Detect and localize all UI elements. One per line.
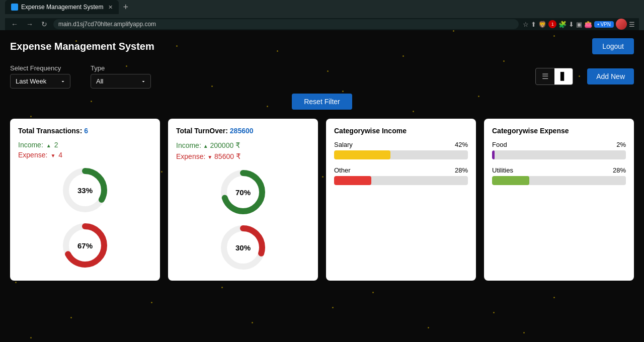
transactions-card: Total Transactions: 6 Income: 2 Expense:… <box>10 119 160 281</box>
forward-button[interactable]: → <box>24 19 35 29</box>
turnover-expense-arrow <box>207 152 212 160</box>
expense-donut-wrapper: 67% <box>60 220 110 271</box>
turnover-expense-donut-label: 30% <box>235 243 251 252</box>
back-button[interactable]: ← <box>9 19 20 29</box>
tab-close-button[interactable]: ✕ <box>108 4 113 11</box>
share-button[interactable]: ⬆ <box>531 21 536 28</box>
new-tab-button[interactable]: + <box>123 2 128 13</box>
app-container: Expense Management System Logout Select … <box>0 30 644 281</box>
app-header: Expense Management System Logout <box>10 30 634 59</box>
cat-income-item: Salary 42% <box>334 141 468 159</box>
browser-chrome: Expense Management System ✕ + ← → ↻ ☆ ⬆ … <box>0 0 644 30</box>
extensions-button[interactable]: 🧩 <box>558 21 567 28</box>
cat-income-list: Salary 42% Other 28% <box>334 141 468 185</box>
bar-fill <box>492 150 495 159</box>
transactions-card-title: Total Transactions: 6 <box>18 127 152 135</box>
cat-name: Utilities <box>492 166 513 174</box>
cat-pct: 2% <box>616 141 626 148</box>
frequency-filter-group: Select Frequency Last Week Last Month La… <box>10 64 70 89</box>
nav-bar: ← → ↻ ☆ ⬆ 🦁 1 🧩 ⬇ ▣ 👛 • VPN ☰ <box>5 18 639 30</box>
cat-pct: 28% <box>613 166 626 174</box>
cat-expense-title: Categorywise Expense <box>492 127 626 135</box>
cat-name: Other <box>334 166 351 174</box>
avatar <box>616 19 627 30</box>
download-button[interactable]: ⬇ <box>569 21 574 28</box>
bar-track <box>492 176 626 185</box>
bar-fill <box>334 150 390 159</box>
turnover-income-donut-wrapper: 70% <box>218 167 268 217</box>
brave-icon: 🦁 <box>538 21 546 28</box>
cat-pct: 28% <box>455 166 468 174</box>
view-toggle: ☰ ▋ <box>535 68 573 85</box>
cards-row: Total Transactions: 6 Income: 2 Expense:… <box>10 119 634 281</box>
turnover-income-row: Income: 200000 ₹ <box>176 141 310 150</box>
cat-expense-list: Food 2% Utilities 28% <box>492 141 626 185</box>
expense-stat-row: Expense: 4 <box>18 151 152 159</box>
income-stat-row: Income: 2 <box>18 141 152 149</box>
income-donut-label: 33% <box>77 186 93 195</box>
split-view-button[interactable]: ▣ <box>576 21 582 28</box>
reload-button[interactable]: ↻ <box>39 19 49 29</box>
reset-filter-button[interactable]: Reset Filter <box>292 94 352 110</box>
type-label: Type <box>91 64 151 72</box>
top-right-controls: ☰ ▋ Add New <box>535 68 634 85</box>
turnover-donuts: 70% 30% <box>176 167 310 273</box>
list-view-button[interactable]: ☰ <box>536 68 554 84</box>
cat-pct: 42% <box>455 141 468 148</box>
chart-view-button[interactable]: ▋ <box>554 68 573 84</box>
expense-arrow-down <box>50 151 55 159</box>
turnover-income-arrow <box>203 141 208 149</box>
turnover-expense-donut-wrapper: 30% <box>218 222 268 273</box>
frequency-label: Select Frequency <box>10 64 70 72</box>
expense-donut-label: 67% <box>77 241 93 250</box>
cat-income-title: Categorywise Income <box>334 127 468 135</box>
filters-row: Select Frequency Last Week Last Month La… <box>10 64 634 89</box>
address-bar[interactable] <box>53 19 519 29</box>
wallet-button[interactable]: 👛 <box>584 21 592 28</box>
cat-expense-item: Utilities 28% <box>492 166 626 185</box>
tab-bar: Expense Management System ✕ + <box>5 0 639 14</box>
reset-row: Reset Filter <box>10 94 634 110</box>
income-donut-wrapper: 33% <box>60 165 110 215</box>
turnover-expense-row: Expense: 85600 ₹ <box>176 152 310 161</box>
notification-badge: 1 <box>548 20 556 28</box>
income-arrow-up <box>46 141 51 149</box>
cat-name: Food <box>492 141 507 148</box>
app-title: Expense Management System <box>10 41 154 52</box>
turnover-card: Total TurnOver: 285600 Income: 200000 ₹ … <box>168 119 318 281</box>
frequency-select[interactable]: Last Week Last Month Last Year Custom <box>10 74 70 89</box>
type-select[interactable]: All Income Expense <box>91 74 151 89</box>
cat-income-card: Categorywise Income Salary 42% Other 28% <box>326 119 476 281</box>
turnover-card-title: Total TurnOver: 285600 <box>176 127 310 135</box>
logout-button[interactable]: Logout <box>592 38 634 54</box>
cat-expense-item: Food 2% <box>492 141 626 159</box>
cat-name: Salary <box>334 141 353 148</box>
tab-favicon <box>11 4 18 11</box>
bar-track <box>334 150 468 159</box>
bar-track <box>492 150 626 159</box>
browser-nav-icons: ☆ ⬆ 🦁 1 🧩 ⬇ ▣ 👛 • VPN ☰ <box>523 19 635 30</box>
cat-income-item: Other 28% <box>334 166 468 185</box>
tab-title: Expense Management System <box>21 4 103 11</box>
cat-expense-card: Categorywise Expense Food 2% Utilities 2… <box>484 119 634 281</box>
bookmark-button[interactable]: ☆ <box>523 21 529 28</box>
vpn-badge: • VPN <box>594 21 614 28</box>
type-filter-group: Type All Income Expense <box>91 64 151 89</box>
menu-button[interactable]: ☰ <box>629 21 635 28</box>
turnover-income-donut-label: 70% <box>235 188 251 197</box>
bar-track <box>334 176 468 185</box>
bar-fill <box>334 176 371 185</box>
transaction-donuts: 33% 67% <box>18 165 152 271</box>
bar-fill <box>492 176 529 185</box>
add-new-button[interactable]: Add New <box>587 68 634 84</box>
active-tab[interactable]: Expense Management System ✕ <box>5 0 119 14</box>
